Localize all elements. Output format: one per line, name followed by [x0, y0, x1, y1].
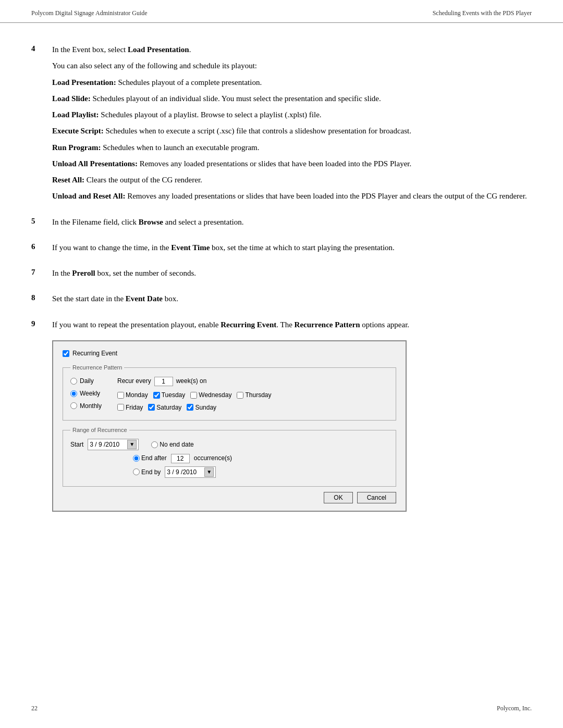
step-8-body: Set the start date in the Event Date box…: [52, 293, 532, 309]
thursday-check-label[interactable]: Thursday: [237, 390, 271, 400]
end-by-radio-label[interactable]: End by: [133, 467, 161, 477]
page-header: Polycom Digital Signage Administrator Gu…: [0, 0, 563, 23]
sub-item-6: Unload All Presentations: Removes any lo…: [52, 158, 532, 170]
start-date-input[interactable]: [90, 441, 126, 448]
end-by-date-wrapper: ▼: [165, 466, 216, 478]
monthly-label: Monthly: [80, 401, 102, 411]
step-9-text: If you want to repeat the presentation p…: [52, 319, 532, 331]
saturday-check-label[interactable]: Saturday: [148, 403, 181, 413]
monday-label: Monday: [126, 390, 148, 400]
thursday-label: Thursday: [245, 390, 271, 400]
wednesday-label: Wednesday: [199, 390, 231, 400]
step-5: 5 In the Filename field, click Browse an…: [31, 216, 532, 232]
step-4-main: In the Event box, select Load Presentati…: [52, 44, 532, 56]
page-content: 4 In the Event box, select Load Presenta…: [0, 23, 563, 542]
step-9: 9 If you want to repeat the presentation…: [31, 319, 532, 512]
step-5-body: In the Filename field, click Browse and …: [52, 216, 532, 232]
friday-check-label[interactable]: Friday: [117, 403, 143, 413]
occurrences-label: occurrence(s): [194, 453, 232, 463]
no-end-date-text: No end date: [160, 440, 193, 450]
pattern-left: Daily Weekly Monthly: [70, 376, 117, 411]
sub-item-5: Run Program: Schedules when to launch an…: [52, 142, 532, 154]
end-after-radio[interactable]: [133, 455, 140, 462]
cancel-button[interactable]: Cancel: [357, 492, 396, 503]
recur-every-input[interactable]: [154, 377, 173, 386]
step-5-text: In the Filename field, click Browse and …: [52, 216, 532, 228]
weekly-radio-label[interactable]: Weekly: [70, 389, 112, 399]
end-by-dropdown-arrow[interactable]: ▼: [204, 467, 214, 477]
step-number-5: 5: [31, 216, 52, 226]
no-end-date-radio[interactable]: [151, 441, 158, 448]
step-6-body: If you want to change the time, in the E…: [52, 242, 532, 258]
recurrence-pattern-section: Recurrence Pattern Daily Weekly: [63, 363, 396, 421]
step-6-text: If you want to change the time, in the E…: [52, 242, 532, 254]
saturday-checkbox[interactable]: [148, 404, 155, 411]
wednesday-check-label[interactable]: Wednesday: [190, 390, 231, 400]
sub-item-1: Load Presentation: Schedules playout of …: [52, 77, 532, 89]
friday-checkbox[interactable]: [117, 404, 124, 411]
recurring-event-row: Recurring Event: [63, 349, 396, 359]
tuesday-check-label[interactable]: Tuesday: [153, 390, 186, 400]
pattern-inner: Daily Weekly Monthly: [70, 376, 388, 415]
daily-radio[interactable]: [70, 378, 77, 385]
end-by-text: End by: [141, 467, 161, 477]
end-after-radio-label[interactable]: End after: [133, 453, 167, 463]
start-label: Start: [70, 440, 83, 450]
monday-checkbox[interactable]: [117, 392, 124, 399]
header-left: Polycom Digital Signage Administrator Gu…: [31, 9, 148, 17]
step-8: 8 Set the start date in the Event Date b…: [31, 293, 532, 309]
end-by-radio[interactable]: [133, 468, 140, 475]
no-end-date-label[interactable]: No end date: [151, 440, 193, 450]
step-7-text: In the Preroll box, set the number of se…: [52, 267, 532, 279]
step-list: 4 In the Event box, select Load Presenta…: [31, 44, 532, 512]
step-number-7: 7: [31, 267, 52, 277]
sunday-check-label[interactable]: Sunday: [187, 403, 216, 413]
ok-button[interactable]: OK: [324, 492, 352, 503]
dialog-buttons: OK Cancel: [63, 492, 396, 503]
step-7-body: In the Preroll box, set the number of se…: [52, 267, 532, 283]
friday-label: Friday: [126, 403, 143, 413]
days-row-1: Monday Tuesday Wednesday: [117, 390, 388, 400]
monthly-radio[interactable]: [70, 402, 77, 409]
start-row: Start ▼ No end date: [70, 439, 388, 450]
saturday-label: Saturday: [156, 403, 181, 413]
wednesday-checkbox[interactable]: [190, 392, 197, 399]
sub-item-4: Execute Script: Schedules when to execut…: [52, 125, 532, 137]
recur-every-row: Recur every week(s) on: [117, 376, 388, 386]
recur-every-label: Recur every: [117, 376, 151, 386]
end-by-row: End by ▼: [133, 466, 388, 478]
end-by-date-input[interactable]: [167, 468, 203, 476]
sunday-checkbox[interactable]: [187, 404, 193, 411]
tuesday-label: Tuesday: [162, 390, 186, 400]
sub-item-3: Load Playlist: Schedules playout of a pl…: [52, 109, 532, 121]
start-date-dropdown-arrow[interactable]: ▼: [127, 440, 137, 449]
occurrences-input[interactable]: [171, 454, 190, 463]
daily-radio-label[interactable]: Daily: [70, 376, 112, 386]
range-of-recurrence-section: Range of Recurrence Start ▼ No end date: [63, 426, 396, 487]
tuesday-checkbox[interactable]: [153, 392, 160, 399]
recurring-event-checkbox[interactable]: [63, 350, 69, 357]
start-date-input-wrapper: ▼: [88, 439, 139, 450]
step-7: 7 In the Preroll box, set the number of …: [31, 267, 532, 283]
step-4-body: In the Event box, select Load Presentati…: [52, 44, 532, 207]
step-8-text: Set the start date in the Event Date box…: [52, 293, 532, 305]
step-number-4: 4: [31, 44, 52, 53]
thursday-checkbox[interactable]: [237, 392, 243, 399]
step-number-6: 6: [31, 242, 52, 251]
sub-item-2: Load Slide: Schedules playout of an indi…: [52, 93, 532, 105]
daily-label: Daily: [80, 376, 94, 386]
recurrence-pattern-legend: Recurrence Pattern: [70, 363, 124, 372]
step-9-body: If you want to repeat the presentation p…: [52, 319, 532, 512]
range-legend: Range of Recurrence: [70, 426, 129, 435]
recurrence-dialog: Recurring Event Recurrence Pattern Daily: [52, 340, 407, 512]
weeks-on-label: week(s) on: [176, 376, 207, 386]
page-footer: 22 Polycom, Inc.: [0, 705, 563, 712]
header-right: Scheduling Events with the PDS Player: [433, 9, 532, 17]
weekly-radio[interactable]: [70, 390, 77, 397]
step-4-sub-list: Load Presentation: Schedules playout of …: [52, 77, 532, 203]
monday-check-label[interactable]: Monday: [117, 390, 148, 400]
monthly-radio-label[interactable]: Monthly: [70, 401, 112, 411]
step-number-8: 8: [31, 293, 52, 302]
sunday-label: Sunday: [195, 403, 216, 413]
recurring-event-label: Recurring Event: [72, 349, 117, 359]
